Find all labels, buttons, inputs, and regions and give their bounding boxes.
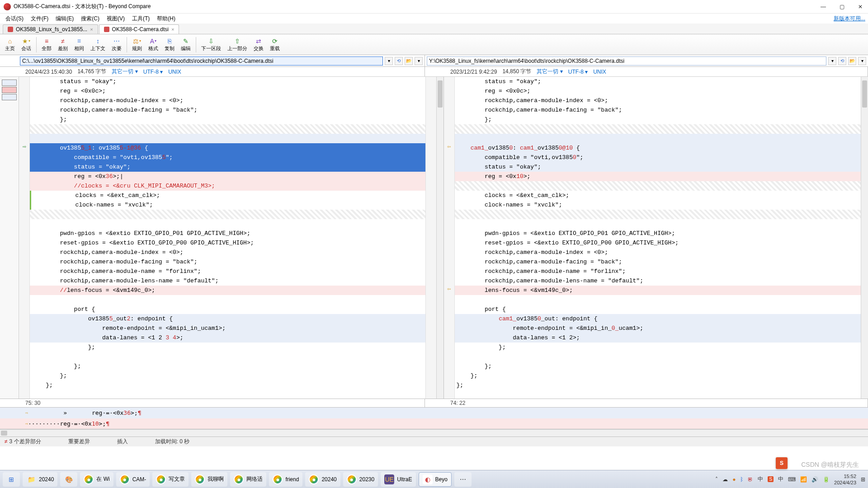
- code-line[interactable]: };: [30, 115, 425, 124]
- code-line[interactable]: [455, 124, 861, 134]
- tool-差别[interactable]: ≠差别: [55, 36, 71, 53]
- code-line[interactable]: [455, 295, 861, 305]
- taskbar-item[interactable]: ●在 Wi: [80, 472, 113, 487]
- update-link[interactable]: 新版本可用...: [834, 15, 865, 23]
- taskbar-item[interactable]: UEUltraE: [381, 472, 415, 487]
- code-line[interactable]: };: [30, 380, 425, 390]
- code-line[interactable]: rockchip,camera-module-name = "forlinx";: [455, 267, 861, 276]
- tab[interactable]: OK3588-C-Camera.dtsi×: [99, 24, 179, 34]
- code-line[interactable]: };: [30, 343, 425, 352]
- left-filter[interactable]: 其它一切 ▾: [112, 68, 137, 75]
- tool-规则[interactable]: ⚖▾规则: [129, 36, 145, 53]
- tool-重载[interactable]: ⟳重载: [267, 36, 283, 53]
- menu-item[interactable]: 工具(T): [129, 14, 152, 23]
- code-line[interactable]: reg = <0x36>;|: [30, 172, 425, 181]
- code-line[interactable]: rockchip,camera-module-lens-name = "defa…: [30, 276, 425, 286]
- tray-wifi-icon[interactable]: 📶: [800, 476, 807, 483]
- tray-action-icon[interactable]: ⊞: [861, 476, 865, 483]
- taskbar-item[interactable]: ⋯: [454, 472, 472, 487]
- code-line[interactable]: };: [455, 361, 861, 371]
- taskbar-item[interactable]: ●CAM-: [116, 472, 150, 487]
- left-scrollbar[interactable]: [436, 77, 443, 399]
- code-line[interactable]: };: [30, 361, 425, 371]
- left-nav-button[interactable]: ⟲: [395, 57, 403, 65]
- tool-相同[interactable]: =相同: [71, 36, 87, 53]
- tab[interactable]: OK3588_Linux_fs_ov13855...×: [3, 24, 98, 34]
- close-button[interactable]: ✕: [856, 3, 864, 11]
- code-line[interactable]: status = "okay";: [455, 77, 861, 86]
- code-line[interactable]: rockchip,camera-module-facing = "back";: [30, 257, 425, 267]
- tray-keyboard-icon[interactable]: ⌨: [788, 476, 796, 483]
- right-encoding[interactable]: UTF-8 ▾: [568, 69, 588, 75]
- code-line[interactable]: compatible = "ovti,ov13850";: [455, 153, 861, 162]
- right-filter[interactable]: 其它一切 ▾: [537, 68, 562, 75]
- code-line[interactable]: cam1_ov13850_out: endpoint {: [455, 314, 861, 324]
- menu-item[interactable]: 视图(V): [104, 14, 127, 23]
- tray-ime-icon[interactable]: 中: [758, 475, 763, 483]
- code-line[interactable]: reg = <0x0c>;: [455, 86, 861, 96]
- code-line[interactable]: data-lanes = <1 2 3 4>;: [30, 333, 425, 343]
- code-line[interactable]: reg = <0x0c>;: [30, 86, 425, 96]
- tray-battery-icon[interactable]: 🔋: [823, 476, 830, 483]
- code-line[interactable]: [30, 134, 425, 143]
- code-line[interactable]: rockchip,camera-module-lens-name = "defa…: [455, 276, 861, 286]
- code-line[interactable]: [455, 210, 861, 219]
- tool-会话[interactable]: ★▾会话: [18, 36, 34, 53]
- code-line[interactable]: };: [455, 371, 861, 380]
- left-code[interactable]: status = "okay"; reg = <0x0c>; rockchip,…: [30, 77, 425, 399]
- code-line[interactable]: [455, 390, 861, 399]
- taskbar-item[interactable]: ●我聊啊: [191, 472, 227, 487]
- right-system[interactable]: UNIX: [593, 69, 606, 75]
- tool-编辑[interactable]: ✎编辑: [178, 36, 194, 53]
- code-line[interactable]: lens-focus = <&vm149c_0>;: [455, 286, 861, 295]
- tray-lang-icon[interactable]: 中: [778, 475, 783, 483]
- tray-onedrive-icon[interactable]: ☁: [722, 476, 728, 483]
- code-line[interactable]: rockchip,camera-module-facing = "back";: [30, 105, 425, 115]
- right-path-input[interactable]: [427, 56, 826, 66]
- code-line[interactable]: cam1_ov13850: cam1_ov13850@10 {: [455, 143, 861, 153]
- code-line[interactable]: status = "okay";: [30, 162, 425, 172]
- code-line[interactable]: [30, 295, 425, 305]
- code-line[interactable]: data-lanes = <1 2>;: [455, 333, 861, 343]
- sogou-ime-icon[interactable]: S: [776, 457, 788, 469]
- right-nav-button[interactable]: ⟲: [838, 57, 846, 65]
- taskbar-item[interactable]: ●20240: [305, 472, 340, 487]
- code-line[interactable]: };: [455, 115, 861, 124]
- code-line[interactable]: ov13855_out2: endpoint {: [30, 314, 425, 324]
- code-line[interactable]: rockchip,camera-module-index = <0>;: [455, 96, 861, 105]
- taskbar-item[interactable]: ●网络适: [230, 472, 266, 487]
- code-line[interactable]: };: [455, 380, 861, 390]
- code-line[interactable]: clock-names = "xvclk";: [30, 200, 425, 210]
- code-line[interactable]: port {: [30, 305, 425, 314]
- code-line[interactable]: pwdn-gpios = <&extio EXTIO_GPIO_P01 GPIO…: [455, 229, 861, 238]
- code-line[interactable]: };: [455, 343, 861, 352]
- code-line[interactable]: reset-gpios = <&extio EXTIO_GPIO_P00 GPI…: [30, 238, 425, 248]
- code-line[interactable]: [30, 219, 425, 229]
- tool-全部[interactable]: ≡全部: [38, 36, 55, 53]
- tool-交换[interactable]: ⇄交换: [250, 36, 267, 53]
- code-line[interactable]: rockchip,camera-module-index = <0>;: [30, 96, 425, 105]
- menu-item[interactable]: 文件(F): [28, 14, 51, 23]
- code-line[interactable]: [455, 134, 861, 143]
- code-line[interactable]: remote-endpoint = <&mipi_in_0_ucam1>;: [455, 324, 861, 333]
- code-line[interactable]: //lens-focus = <&vm149c_0>;: [30, 286, 425, 295]
- code-line[interactable]: };: [30, 371, 425, 380]
- tool-下一区段[interactable]: ⇩下一区段: [198, 36, 224, 53]
- left-encoding[interactable]: UTF-8 ▾: [143, 69, 163, 75]
- taskbar-item[interactable]: ●20230: [343, 472, 378, 487]
- code-line[interactable]: rockchip,camera-module-facing = "back";: [455, 257, 861, 267]
- taskbar-item[interactable]: ●friend: [269, 472, 302, 487]
- tool-次要[interactable]: ⋯次要: [108, 36, 125, 53]
- thumbnail-gutter[interactable]: [0, 77, 19, 399]
- maximize-button[interactable]: ▢: [838, 3, 846, 11]
- h-scrollbar[interactable]: [0, 429, 868, 436]
- taskbar-item[interactable]: ●写文章: [152, 472, 189, 487]
- taskbar-item[interactable]: 📁20240: [23, 472, 57, 487]
- right-open-button[interactable]: 📂: [848, 57, 856, 65]
- taskbar-item[interactable]: 🎨: [60, 472, 77, 487]
- code-line[interactable]: remote-endpoint = <&mipi_in_ucam1>;: [30, 324, 425, 333]
- code-line[interactable]: rockchip,camera-module-facing = "back";: [455, 105, 861, 115]
- code-line[interactable]: [455, 181, 861, 191]
- code-line[interactable]: reset-gpios = <&extio EXTIO_GPIO_P00 GPI…: [455, 238, 861, 248]
- tray-icon[interactable]: ●: [732, 476, 736, 483]
